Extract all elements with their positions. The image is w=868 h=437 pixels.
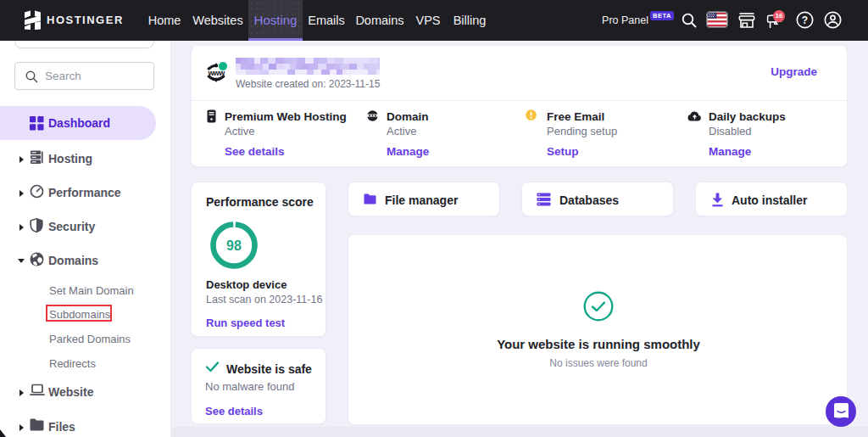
svg-text:98: 98 — [226, 238, 242, 253]
svg-text:?: ? — [802, 14, 808, 26]
